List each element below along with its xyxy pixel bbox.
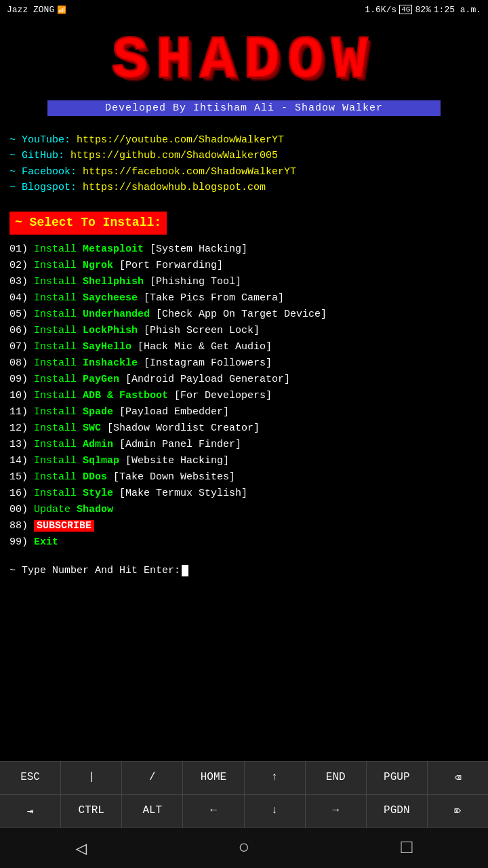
blogspot-url: https://shadowhub.blogspot.com: [83, 182, 266, 193]
battery-text: 82%: [415, 5, 430, 15]
facebook-link: ~ Facebook: https://facebook.com/ShadowW…: [9, 164, 479, 180]
key-tab[interactable]: ⇥: [0, 795, 61, 827]
nav-back-button[interactable]: ◁: [61, 837, 102, 860]
github-label: ~ GitHub:: [9, 150, 70, 161]
keyboard: ESC | / HOME ↑ END PGUP ⌫ ⇥ CTRL ALT ← ↓…: [0, 761, 488, 827]
menu-item-14[interactable]: 14) Install Sqlmap [Website Hacking]: [9, 453, 479, 469]
signal-icons: 📶: [57, 5, 66, 14]
shadow-logo: SHADOW: [7, 24, 481, 98]
key-delete[interactable]: ⌦: [428, 795, 488, 827]
menu-item-13[interactable]: 13) Install Admin [Admin Panel Finder]: [9, 437, 479, 453]
key-ctrl[interactable]: CTRL: [61, 795, 122, 827]
menu-item-07[interactable]: 07) Install SayHello [Hack Mic & Get Aud…: [9, 339, 479, 355]
menu-item-12[interactable]: 12) Install SWC [Shadow Wordlist Creator…: [9, 420, 479, 437]
menu-item-99[interactable]: 99) Exit: [9, 534, 479, 551]
key-left[interactable]: ←: [183, 795, 244, 827]
key-slash[interactable]: /: [122, 762, 183, 794]
github-url: https://github.com/ShadowWalker005: [70, 150, 278, 161]
status-left: Jazz ZONG 📶: [7, 5, 66, 15]
logo-container: SHADOW Developed By Ihtisham Ali - Shado…: [0, 19, 488, 120]
menu-list: 01) Install Metasploit [System Hacking] …: [9, 241, 479, 551]
status-bar: Jazz ZONG 📶 1.6K/s 4G 82% 1:25 a.m.: [0, 0, 488, 19]
nav-bar: ◁ ○ □: [0, 827, 488, 868]
youtube-label: ~ YouTube:: [9, 134, 77, 146]
menu-item-03[interactable]: 03) Install Shellphish [Phishing Tool]: [9, 274, 479, 290]
menu-item-09[interactable]: 09) Install PayGen [Android Payload Gene…: [9, 372, 479, 388]
input-prompt-text: ~ Type Number And Hit Enter:: [9, 563, 180, 578]
youtube-link: ~ YouTube: https://youtube.com/ShadowWal…: [9, 132, 479, 148]
key-alt[interactable]: ALT: [122, 795, 183, 827]
blogspot-link: ~ Blogspot: https://shadowhub.blogspot.c…: [9, 180, 479, 195]
menu-item-10[interactable]: 10) Install ADB & Fastboot [For Develope…: [9, 388, 479, 404]
select-header-text: ~ Select To Install:: [9, 212, 167, 235]
network-type: 4G: [399, 5, 412, 14]
key-home[interactable]: HOME: [183, 762, 244, 794]
key-esc[interactable]: ESC: [0, 762, 61, 794]
key-right[interactable]: →: [306, 795, 367, 827]
menu-item-15[interactable]: 15) Install DDos [Take Down Websites]: [9, 469, 479, 486]
speed-text: 1.6K/s: [365, 5, 396, 15]
github-link: ~ GitHub: https://github.com/ShadowWalke…: [9, 148, 479, 163]
input-line[interactable]: ~ Type Number And Hit Enter:: [9, 563, 479, 578]
key-backspace[interactable]: ⌫: [428, 762, 488, 794]
menu-item-11[interactable]: 11) Install Spade [Payload Embedder]: [9, 404, 479, 420]
key-pgup[interactable]: PGUP: [367, 762, 428, 794]
keyboard-row-1: ESC | / HOME ↑ END PGUP ⌫: [0, 761, 488, 794]
menu-item-02[interactable]: 02) Install Ngrok [Port Forwarding]: [9, 258, 479, 274]
key-end[interactable]: END: [306, 762, 367, 794]
menu-item-88[interactable]: 88) SUBSCRIBE: [9, 518, 479, 534]
social-links: ~ YouTube: https://youtube.com/ShadowWal…: [9, 132, 479, 195]
menu-item-05[interactable]: 05) Install Underhanded [Check App On Ta…: [9, 307, 479, 323]
text-cursor: [182, 565, 188, 576]
menu-item-16[interactable]: 16) Install Style [Make Termux Stylish]: [9, 486, 479, 502]
keyboard-row-2: ⇥ CTRL ALT ← ↓ → PGDN ⌦: [0, 794, 488, 827]
key-pipe[interactable]: |: [61, 762, 122, 794]
developer-line: Developed By Ihtisham Ali - Shadow Walke…: [47, 100, 441, 116]
key-down[interactable]: ↓: [245, 795, 306, 827]
carrier-text: Jazz ZONG: [7, 5, 54, 15]
status-right: 1.6K/s 4G 82% 1:25 a.m.: [365, 5, 481, 15]
menu-item-06[interactable]: 06) Install LockPhish [Phish Screen Lock…: [9, 323, 479, 339]
nav-home-button[interactable]: ○: [224, 837, 264, 859]
nav-recent-button[interactable]: □: [386, 837, 427, 859]
menu-item-00[interactable]: 00) Update Shadow: [9, 502, 479, 518]
facebook-url: https://facebook.com/ShadowWalkerYT: [83, 166, 296, 178]
menu-item-04[interactable]: 04) Install Saycheese [Take Pics From Ca…: [9, 290, 479, 307]
key-up[interactable]: ↑: [245, 762, 306, 794]
youtube-url: https://youtube.com/ShadowWalkerYT: [77, 134, 284, 146]
menu-item-08[interactable]: 08) Install Inshackle [Instagram Followe…: [9, 355, 479, 372]
menu-item-01[interactable]: 01) Install Metasploit [System Hacking]: [9, 241, 479, 258]
facebook-label: ~ Facebook:: [9, 166, 83, 178]
blogspot-label: ~ Blogspot:: [9, 182, 83, 193]
select-header: ~ Select To Install:: [9, 202, 479, 241]
key-pgdn[interactable]: PGDN: [367, 795, 428, 827]
time-text: 1:25 a.m.: [434, 5, 481, 15]
terminal-content: ~ YouTube: https://youtube.com/ShadowWal…: [0, 120, 488, 585]
